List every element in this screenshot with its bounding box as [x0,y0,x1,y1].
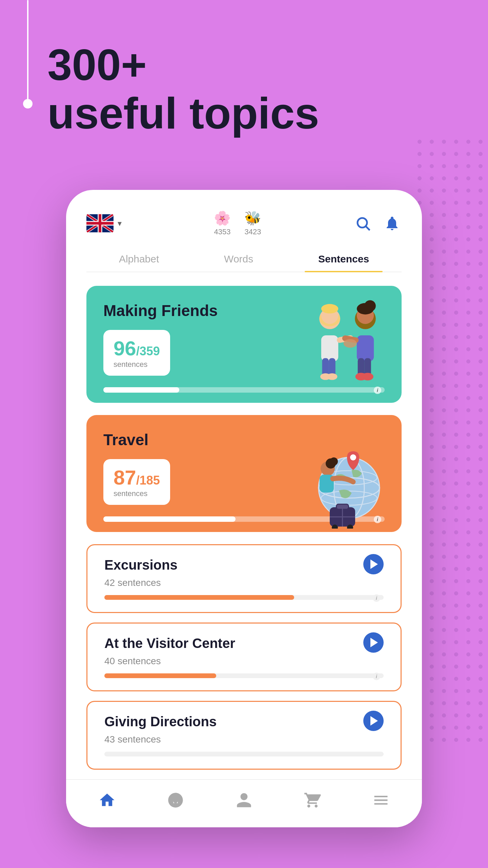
travel-total: /185 [136,473,160,487]
excursions-text: Excursions 42 sentences [104,557,178,595]
bottom-navigation [66,779,422,827]
svg-point-32 [330,457,338,466]
svg-point-16 [364,300,376,312]
excursions-progress: i [104,595,384,600]
nav-menu[interactable] [371,790,391,810]
stat-flowers: 🌸 4353 [214,210,231,236]
nav-shop[interactable] [302,790,323,810]
visitor-center-header: At the Visitor Center 40 sentences [104,636,384,673]
svg-point-6 [321,304,338,314]
giving-directions-play-button[interactable] [363,711,384,731]
giving-directions-header: Giving Directions 43 sentences [104,714,384,752]
bee-count: 3423 [245,228,261,236]
making-friends-progress-fill [103,387,179,393]
card-travel[interactable]: Travel 87/185 sentences i [86,415,402,532]
excursions-play-button[interactable] [363,554,384,574]
phone-frame: ▾ 🌸 4353 🐝 3423 [66,190,422,827]
menu-icon [371,790,391,810]
card-visitor-center[interactable]: At the Visitor Center 40 sentences i [86,623,402,691]
nav-profile[interactable] [234,790,254,810]
stat-bees: 🐝 3423 [244,210,261,236]
stats-container: 🌸 4353 🐝 3423 [214,210,261,236]
play-triangle-icon-2 [370,638,378,647]
header-actions [353,214,402,233]
travel-illustration [293,437,395,525]
phone-container: ▾ 🌸 4353 🐝 3423 [66,190,422,827]
headline-line2: useful topics [47,89,488,138]
search-button[interactable] [353,214,372,233]
tab-words[interactable]: Words [210,246,267,272]
visitor-center-progress-fill [104,673,216,678]
svg-line-2 [366,226,370,230]
flower-icon: 🌸 [214,210,231,226]
tab-sentences[interactable]: Sentences [305,246,383,272]
top-section: 300+ useful topics [0,0,488,165]
card-giving-directions[interactable]: Giving Directions 43 sentences [86,701,402,770]
card-excursions[interactable]: Excursions 42 sentences i [86,544,402,613]
svg-point-11 [327,373,338,380]
svg-point-23 [344,339,357,348]
visitor-center-sentences: 40 sentences [104,656,235,667]
uk-flag [86,214,114,233]
excursions-progress-fill [104,595,294,600]
excursions-sentences: 42 sentences [104,577,178,588]
giving-directions-sentences: 43 sentences [104,734,217,745]
visitor-center-title: At the Visitor Center [104,636,235,651]
person-icon [234,790,254,810]
travel-progress-fill [103,516,236,522]
svg-point-21 [362,373,373,380]
making-friends-label: sentences [114,360,160,369]
notification-button[interactable] [383,214,402,233]
flag-dropdown-arrow: ▾ [118,219,122,228]
navigation-tabs: Alphabet Words Sentences [86,246,402,272]
excursions-title: Excursions [104,557,178,573]
rocket-icon [165,790,186,810]
card-travel-stats: 87/185 sentences [103,459,170,505]
app-header: ▾ 🌸 4353 🐝 3423 [86,210,402,246]
giving-directions-progress [104,752,384,756]
nav-home[interactable] [97,790,117,810]
tab-alphabet[interactable]: Alphabet [105,246,172,272]
giving-directions-title: Giving Directions [104,714,217,729]
visitor-center-play-button[interactable] [363,632,384,653]
visitor-center-text: At the Visitor Center 40 sentences [104,636,235,673]
making-friends-illustration [297,293,391,388]
excursions-info[interactable]: i [373,594,380,602]
play-triangle-icon [370,559,378,569]
home-icon [97,790,117,810]
headline: 300+ useful topics [47,41,488,138]
play-triangle-icon-3 [370,716,378,726]
background-dots [413,136,488,746]
nav-explore[interactable] [165,790,186,810]
visitor-center-info[interactable]: i [373,673,380,680]
excursions-header: Excursions 42 sentences [104,557,384,595]
giving-directions-text: Giving Directions 43 sentences [104,714,217,752]
visitor-center-progress: i [104,673,384,678]
making-friends-total: /359 [136,344,160,358]
card-making-friends[interactable]: Making Friends 96/359 sentences i [86,286,402,403]
making-friends-count: 96 [114,337,136,360]
travel-label: sentences [114,489,160,498]
svg-point-29 [350,454,356,460]
cart-icon [302,790,323,810]
flower-count: 4353 [214,228,231,236]
svg-point-1 [358,218,367,228]
card-making-friends-stats: 96/359 sentences [103,330,170,376]
travel-count: 87 [114,466,136,489]
making-friends-info[interactable]: i [374,387,381,394]
headline-line1: 300+ [47,41,488,89]
svg-rect-7 [321,335,338,361]
svg-rect-17 [357,335,374,361]
making-friends-progress: i [103,387,385,393]
bee-icon: 🐝 [244,210,261,226]
flag-container[interactable]: ▾ [86,214,122,233]
